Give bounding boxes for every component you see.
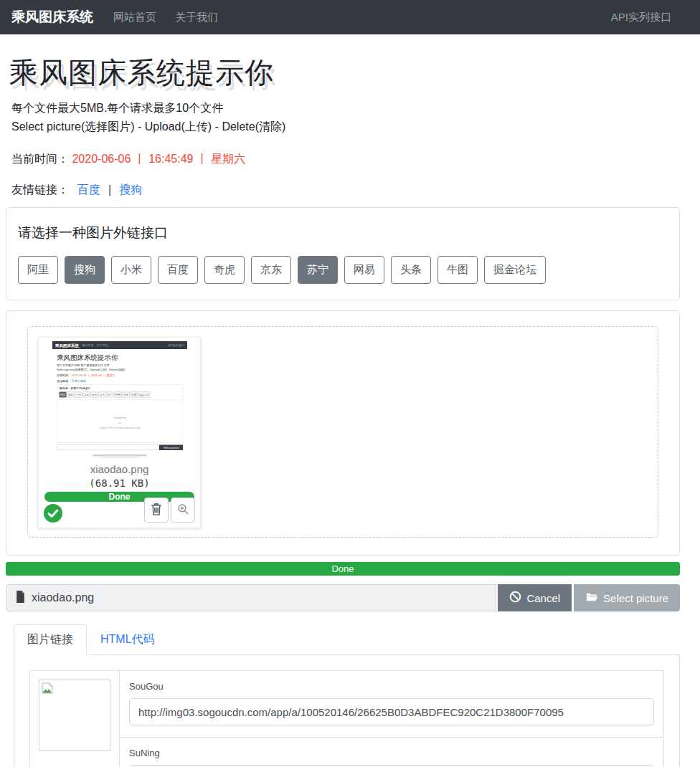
navbar: 乘风图床系统 网站首页 关于我们 API实列接口 [0,0,700,34]
api-button-wangyi[interactable]: 网易 [344,256,384,284]
field-label-sougou: SouGou [129,681,654,692]
api-select-panel: 请选择一种图片外链接口 阿里 搜狗 小米 百度 奇虎 京东 苏宁 网易 头条 牛… [6,207,680,300]
current-time-label: 当前时间： [11,153,69,165]
check-icon [44,504,62,523]
api-button-toutiao[interactable]: 头条 [391,256,431,284]
dropzone[interactable]: 乘风图床系统 网站首页 关于我们 API实列接口 乘风图床系统提示你 每个文件最… [27,326,658,538]
page-title: 乘风图床系统提示你 [6,53,680,92]
field-sougou: SouGou [120,671,663,737]
preview-card: 乘风图床系统 网站首页 关于我们 API实列接口 乘风图床系统提示你 每个文件最… [38,337,201,528]
cancel-button-label: Cancel [526,592,560,604]
api-button-ali[interactable]: 阿里 [18,256,58,284]
upload-progress-label: Done [331,563,354,574]
result-box: SouGou SuNing [29,670,664,767]
api-button-suning[interactable]: 苏宁 [298,256,338,284]
friend-links-label: 友情链接： [11,184,69,196]
friend-links-separator: | [108,184,111,196]
current-time-value: 2020-06-06 丨 16:45:49 丨 星期六 [72,153,245,165]
ban-icon [509,591,521,605]
select-picture-button[interactable]: Select picture [574,584,680,611]
field-label-suning: SuNing [129,748,654,758]
api-button-baidu[interactable]: 百度 [158,256,198,284]
trash-icon [151,502,162,518]
api-panel-title: 请选择一种图片外链接口 [18,224,668,242]
field-suning: SuNing [120,737,663,767]
mini-dropzone: chengfeng or Copy 2020 chengfengxuchuang [57,403,183,443]
tab-content: SouGou SuNing [14,655,680,767]
preview-actions [44,497,195,523]
friend-links-row: 友情链接： 百度 | 搜狗 [6,183,680,198]
api-button-row: 阿里 搜狗 小米 百度 奇虎 京东 苏宁 网易 头条 牛图 掘金论坛 [18,256,668,284]
file-input-group: xiaodao.png Cancel Select picture [6,584,680,611]
file-input[interactable]: xiaodao.png [6,584,496,611]
preview-thumbnail-content: 乘风图床系统 网站首页 关于我们 API实列接口 乘风图床系统提示你 每个文件最… [52,341,187,458]
preview-filesize: (68.91 KB) [39,477,200,489]
mini-navbar: 乘风图床系统 网站首页 关于我们 API实列接口 [52,341,187,349]
nav-link-api[interactable]: API实列接口 [611,11,671,24]
result-thumbnail [39,680,110,751]
api-button-juejin[interactable]: 掘金论坛 [484,256,546,284]
nav-link-home[interactable]: 网站首页 [113,11,156,24]
cancel-button[interactable]: Cancel [498,584,572,611]
zoom-button[interactable] [171,497,195,523]
select-picture-label: Select picture [603,592,668,604]
page-container: 乘风图床系统提示你 每个文件最大5MB.每个请求最多10个文件 Select p… [6,53,680,767]
api-button-sogou[interactable]: 搜狗 [65,256,105,284]
nav-link-about[interactable]: 关于我们 [175,11,218,24]
delete-button[interactable] [144,497,169,523]
friend-link-sogou[interactable]: 搜狗 [120,184,143,196]
upload-panel: 乘风图床系统 网站首页 关于我们 API实列接口 乘风图床系统提示你 每个文件最… [6,310,680,556]
tab-bar: 图片链接 HTML代码 [14,624,680,655]
instructions-text: Select picture(选择图片) - Upload(上传) - Dele… [6,120,680,135]
api-button-niutu[interactable]: 牛图 [438,256,478,284]
api-button-jingdong[interactable]: 京东 [251,256,291,284]
upload-progress-bar: Done [6,562,680,576]
api-button-xiaomi[interactable]: 小米 [111,256,151,284]
friend-link-baidu[interactable]: 百度 [77,184,100,196]
result-fields: SouGou SuNing [120,671,663,767]
tab-image-links[interactable]: 图片链接 [14,624,87,655]
file-icon [16,591,25,606]
current-time-row: 当前时间： 2020-06-06 丨 16:45:49 丨 星期六 [6,152,680,167]
broken-image-icon [42,684,53,696]
url-input-sougou[interactable] [129,698,654,725]
upload-limit-text: 每个文件最大5MB.每个请求最多10个文件 [6,101,680,116]
file-input-value: xiaodao.png [32,591,94,604]
folder-open-icon [585,592,598,604]
results-section: 图片链接 HTML代码 SouGou [14,624,680,767]
result-thumbnail-cell [30,671,120,767]
preview-thumbnail[interactable]: 乘风图床系统 网站首页 关于我们 API实列接口 乘风图床系统提示你 每个文件最… [52,341,187,458]
navbar-brand[interactable]: 乘风图床系统 [11,8,93,27]
api-button-qihu[interactable]: 奇虎 [204,256,245,284]
zoom-in-icon [177,503,189,518]
tab-html-code[interactable]: HTML代码 [87,624,169,655]
preview-filename: xiaodao.png [39,463,200,475]
